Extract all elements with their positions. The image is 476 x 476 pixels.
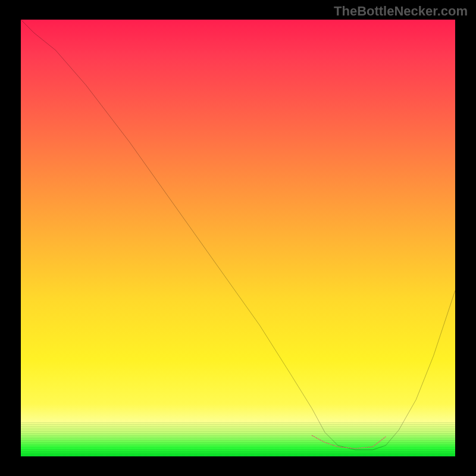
chart-svg <box>21 20 455 456</box>
optimal-zone-marker <box>312 436 386 449</box>
watermark-text: TheBottleNecker.com <box>334 4 468 19</box>
plot-area <box>21 20 455 456</box>
bottleneck-curve <box>21 20 455 450</box>
chart-container: TheBottleNecker.com <box>0 0 476 476</box>
